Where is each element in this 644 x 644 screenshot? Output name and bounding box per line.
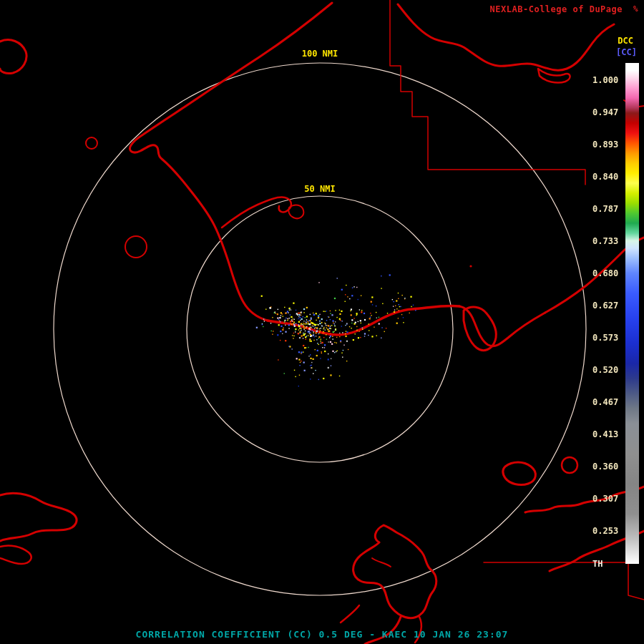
ring-label-50nmi: 50 NMI [304,184,335,194]
footer-product-title: CORRELATION COEFFICIENT (CC) 0.5 DEG - K… [136,629,509,640]
radar-echo-canvas [0,0,644,644]
colorbar-tick-label: 0.627 [592,301,623,311]
colorbar-tick-label: 0.573 [592,333,623,343]
brand-mark: % [633,4,638,14]
colorbar-tick-label: 0.787 [592,204,623,214]
colorbar-tick-label: 0.893 [592,140,623,150]
colorbar [625,63,639,564]
product-unit-label: [CC] [616,47,637,57]
colorbar-tick-label: 0.680 [592,268,623,278]
colorbar-tick-label: 0.413 [592,429,623,439]
colorbar-tick-label: 0.733 [592,236,623,246]
colorbar-th-label: TH [592,559,623,569]
colorbar-tick-label: 1.000 [592,75,623,85]
colorbar-tick-label: 0.253 [592,526,623,536]
colorbar-tick-label: 0.467 [592,397,623,407]
brand-text: NEXLAB-College of DuPage [490,4,623,14]
colorbar-tick-label: 0.840 [592,172,623,182]
colorbar-tick-label: 0.307 [592,494,623,504]
product-code-label: DCC [618,36,633,46]
colorbar-tick-label: 0.947 [592,107,623,117]
ring-label-100nmi: 100 NMI [302,49,338,59]
colorbar-tick-label: 0.520 [592,365,623,375]
radar-display: 100 NMI 50 NMI NEXLAB-College of DuPage … [0,0,644,644]
colorbar-tick-label: 0.360 [592,462,623,472]
